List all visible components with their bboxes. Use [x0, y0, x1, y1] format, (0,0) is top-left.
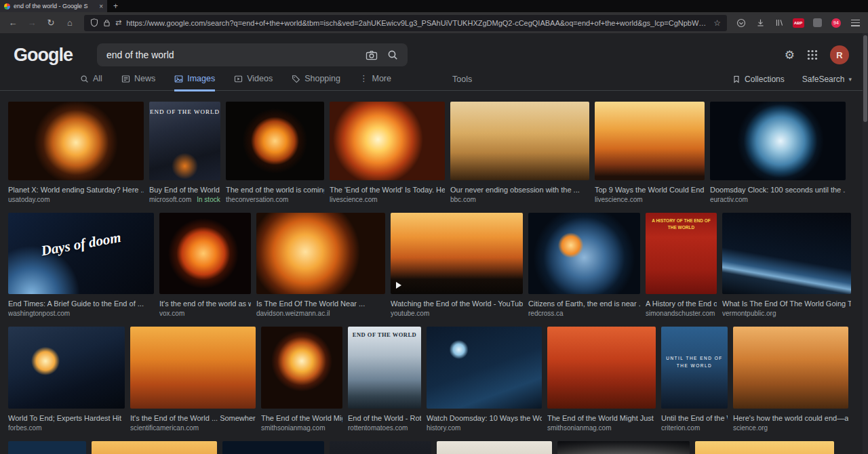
tab-shopping[interactable]: Shopping [292, 74, 340, 91]
result-title[interactable]: Our never ending obsession with the ... [450, 186, 589, 194]
lock-icon[interactable] [103, 19, 111, 27]
image-result[interactable]: What Is The End Of The World Going To ..… [722, 213, 851, 317]
image-result[interactable]: Our never ending obsession with the ...b… [450, 102, 589, 203]
search-icon[interactable] [387, 49, 398, 60]
image-result[interactable]: Here's how the world could end—and ...sc… [733, 327, 848, 432]
result-title[interactable]: The End of the World Might Ju... [261, 414, 342, 422]
image-result[interactable]: Days of doomEnd Times: A Brief Guide to … [8, 213, 154, 317]
tab-more[interactable]: ⋮ More [359, 73, 391, 91]
result-title[interactable]: What Is The End Of The World Going To ..… [722, 300, 851, 308]
apps-grid-icon[interactable] [807, 49, 818, 60]
result-thumbnail[interactable] [595, 102, 705, 180]
result-thumbnail[interactable]: UNTIL THE END OF THE WORLD [661, 327, 728, 409]
image-result[interactable]: World To End; Experts Hardest Hitforbes.… [8, 327, 125, 432]
result-title[interactable]: The 'End of the World' Is Today. Here's … [330, 186, 445, 194]
tools-button[interactable]: Tools [452, 75, 472, 90]
image-result[interactable] [437, 441, 552, 454]
result-title[interactable]: Is The End Of The World Near ... [256, 300, 385, 308]
image-result[interactable]: It's the end of the world as we know it.… [159, 213, 251, 317]
image-result[interactable]: A HISTORY OF THE END OF THE WORLDA Histo… [646, 213, 717, 317]
result-thumbnail[interactable] [391, 213, 523, 294]
result-thumbnail[interactable] [330, 441, 431, 454]
adblock-plus-icon[interactable]: ABP [789, 15, 807, 31]
image-result[interactable]: Watch Doomsday: 10 Ways the World Will .… [427, 327, 542, 432]
result-thumbnail[interactable] [733, 327, 848, 409]
tab-videos[interactable]: Videos [234, 74, 273, 91]
image-result[interactable]: Is The End Of The World Near ...davidson… [256, 213, 385, 317]
image-result[interactable]: Doomsday Clock: 100 seconds until the ..… [710, 102, 846, 203]
result-thumbnail[interactable]: END OF THE WORLD [149, 102, 220, 180]
url-bar[interactable]: ⇄ https://www.google.com/search?q=end+of… [84, 15, 727, 31]
home-button[interactable]: ⌂ [61, 15, 79, 31]
result-title[interactable]: Citizens of Earth, the end is near ... [528, 300, 640, 308]
result-thumbnail[interactable] [710, 102, 846, 180]
tab-close-icon[interactable]: × [98, 3, 103, 10]
library-icon[interactable] [770, 15, 788, 31]
image-result[interactable]: Top 9 Ways the World Could End | Live ..… [595, 102, 705, 203]
image-result[interactable]: It's the End of the World ... Somewhere … [130, 327, 256, 432]
profile-avatar[interactable]: R [830, 45, 849, 64]
reload-button[interactable]: ↻ [42, 15, 60, 31]
result-title[interactable]: Planet X: World ending Saturday? Here ..… [8, 186, 144, 194]
result-thumbnail[interactable]: A HISTORY OF THE END OF THE WORLD [646, 213, 717, 294]
result-thumbnail[interactable] [159, 213, 251, 294]
image-result[interactable]: END OF THE WORLDBuy End of the World - M… [149, 102, 220, 203]
result-title[interactable]: Watch Doomsday: 10 Ways the World Will .… [427, 414, 542, 422]
result-title[interactable]: Buy End of the World - Mic... [149, 186, 220, 194]
new-tab-button[interactable]: + [107, 0, 124, 12]
result-thumbnail[interactable]: END OF THE WORLD [348, 327, 421, 409]
result-thumbnail[interactable] [427, 327, 542, 409]
tab-all[interactable]: All [80, 74, 102, 91]
permissions-icon[interactable]: ⇄ [115, 18, 121, 27]
image-result[interactable]: The end of the world is coming – j...the… [226, 102, 324, 203]
extension-badge-icon[interactable]: 94 [827, 15, 845, 31]
result-thumbnail[interactable] [8, 102, 144, 180]
result-title[interactable]: A History of the End of ... [646, 300, 717, 308]
menu-icon[interactable] [846, 15, 864, 31]
forward-button[interactable]: → [23, 15, 41, 31]
image-result[interactable] [330, 441, 431, 454]
result-title[interactable]: It's the end of the world as we know it.… [159, 300, 251, 308]
result-title[interactable]: The end of the world is coming – j... [226, 186, 324, 194]
image-result[interactable] [92, 441, 217, 454]
result-thumbnail[interactable] [8, 441, 86, 454]
result-thumbnail[interactable] [8, 327, 125, 409]
result-title[interactable]: Here's how the world could end—and ... [733, 414, 848, 422]
image-result[interactable]: END OF THE WORLDEnd of the World - Rott.… [348, 327, 421, 432]
image-result[interactable]: Watching the End of the World - YouTubey… [391, 213, 523, 317]
image-result[interactable] [8, 441, 86, 454]
result-thumbnail[interactable] [256, 213, 385, 294]
result-thumbnail[interactable] [695, 441, 834, 454]
result-title[interactable]: World To End; Experts Hardest Hit [8, 414, 125, 422]
search-input[interactable] [106, 49, 356, 60]
pocket-icon[interactable] [732, 15, 750, 31]
result-title[interactable]: Top 9 Ways the World Could End | Live ..… [595, 186, 705, 194]
result-thumbnail[interactable] [528, 213, 640, 294]
result-thumbnail[interactable] [130, 327, 256, 409]
image-result[interactable]: UNTIL THE END OF THE WORLDUntil the End … [661, 327, 728, 432]
result-title[interactable]: It's the End of the World ... Somewhere … [130, 414, 256, 422]
result-thumbnail[interactable] [330, 102, 445, 180]
extension-icon[interactable] [808, 15, 826, 31]
result-thumbnail[interactable] [722, 213, 851, 294]
result-thumbnail[interactable] [92, 441, 217, 454]
image-result[interactable] [557, 441, 690, 454]
result-title[interactable]: End of the World - Rott... [348, 414, 421, 422]
bookmark-star-icon[interactable]: ☆ [713, 18, 721, 28]
result-thumbnail[interactable]: Days of doom [8, 213, 154, 294]
result-title[interactable]: Watching the End of the World - YouTube [391, 300, 523, 308]
result-thumbnail[interactable] [450, 102, 589, 180]
camera-icon[interactable] [366, 50, 378, 60]
result-thumbnail[interactable] [261, 327, 342, 409]
tab-news[interactable]: News [121, 74, 155, 91]
tracking-shield-icon[interactable] [90, 18, 98, 27]
image-result[interactable] [695, 441, 834, 454]
scrollbar-thumb[interactable] [863, 35, 867, 122]
image-result[interactable]: The 'End of the World' Is Today. Here's … [330, 102, 445, 203]
result-title[interactable]: Until the End of the Wo... [661, 414, 728, 422]
image-result[interactable]: The End of the World Might Just Look ...… [547, 327, 656, 432]
image-result[interactable] [222, 441, 324, 454]
result-title[interactable]: Doomsday Clock: 100 seconds until the ..… [710, 186, 846, 194]
result-title[interactable]: End Times: A Brief Guide to the End of .… [8, 300, 154, 308]
result-thumbnail[interactable] [226, 102, 324, 180]
